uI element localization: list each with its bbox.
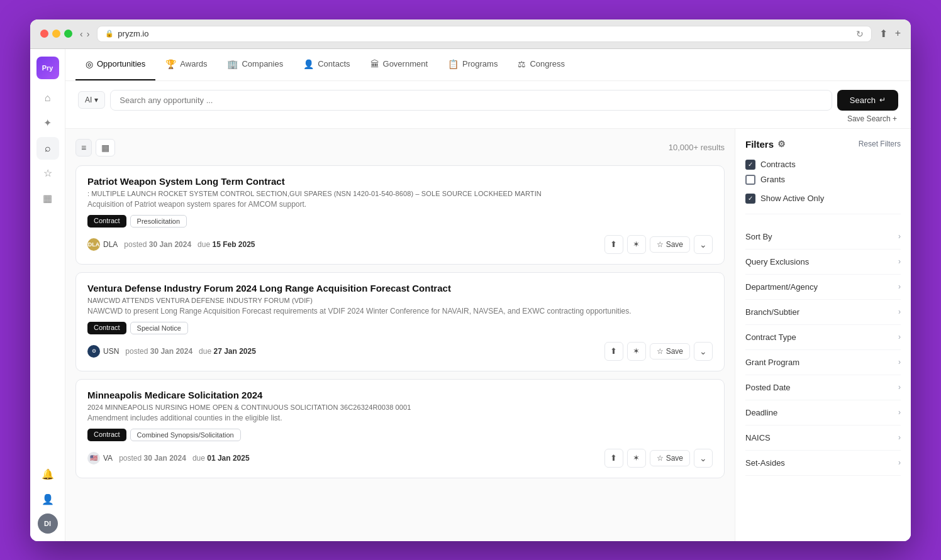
nav-label-programs: Programs: [462, 59, 498, 69]
filters-panel: Filters ⚙ Reset Filters ✓ Contracts Gran…: [735, 129, 911, 541]
share-action-button[interactable]: ⬆: [604, 235, 623, 254]
share-icon[interactable]: ⬆: [879, 28, 888, 40]
sidebar-item-search[interactable]: ⌕: [36, 137, 59, 160]
filter-section-query-exclusions[interactable]: Query Exclusions ›: [745, 250, 901, 275]
filters-title: Filters ⚙: [745, 139, 786, 150]
grants-checkbox[interactable]: [745, 175, 755, 185]
filter-section-contract-type[interactable]: Contract Type ›: [745, 325, 901, 350]
nav-item-congress[interactable]: ⚖ Congress: [508, 49, 575, 80]
due-date: due 15 Feb 2025: [198, 240, 255, 249]
nav-item-awards[interactable]: 🏆 Awards: [155, 49, 217, 80]
save-action-button[interactable]: ☆ Save: [650, 450, 690, 466]
nav-item-contacts[interactable]: 👤 Contacts: [293, 49, 360, 80]
tag-contract: Contract: [87, 322, 126, 334]
nav-label-congress: Congress: [530, 59, 565, 69]
save-action-button[interactable]: ☆ Save: [650, 343, 690, 360]
save-search-link[interactable]: Save Search +: [78, 114, 898, 123]
shortlist-action-button[interactable]: ✶: [627, 449, 646, 468]
star-save-icon: ☆: [657, 240, 664, 249]
search-button[interactable]: Search ↵: [837, 90, 898, 111]
expand-action-button[interactable]: ⌄: [694, 449, 713, 468]
due-date: due 01 Jan 2025: [192, 454, 250, 463]
nav-arrows: ‹ ›: [80, 29, 89, 39]
result-desc: Amendment includes additional counties i…: [87, 414, 713, 422]
tag-combined: Combined Synopsis/Solicitation: [130, 429, 241, 441]
new-tab-icon[interactable]: +: [895, 28, 901, 40]
filter-section-posted-date[interactable]: Posted Date ›: [745, 375, 901, 400]
url-text: pryzm.io: [118, 29, 148, 38]
tag-contract: Contract: [87, 215, 126, 228]
posted-date-label: Posted Date: [745, 383, 791, 392]
agency-badge: 🇺🇸 VA: [87, 452, 113, 464]
nav-item-programs[interactable]: 📋 Programs: [438, 49, 508, 80]
contracts-checkbox[interactable]: ✓: [745, 160, 755, 170]
sidebar-item-sparkle[interactable]: ✦: [36, 112, 59, 135]
contacts-icon: 👤: [303, 59, 314, 69]
ai-badge[interactable]: AI ▾: [78, 91, 105, 109]
sidebar-item-chart[interactable]: ▦: [36, 187, 59, 210]
posted-date-chevron: ›: [898, 383, 901, 392]
close-button[interactable]: [40, 30, 48, 38]
nav-label-opportunities: Opportunities: [97, 59, 145, 69]
result-card: Ventura Defense Industry Forum 2024 Long…: [75, 272, 725, 371]
filter-section-set-asides[interactable]: Set-Asides ›: [745, 451, 901, 476]
avatar[interactable]: DI: [38, 513, 58, 534]
app-layout: Pry ⌂ ✦ ⌕ ☆ ▦ 🔔 👤: [30, 49, 911, 541]
chart-icon: ▦: [43, 192, 52, 204]
nav-label-awards: Awards: [180, 59, 207, 69]
filter-section-naics[interactable]: NAICS ›: [745, 425, 901, 451]
filter-section-grant-program[interactable]: Grant Program ›: [745, 350, 901, 375]
search-input[interactable]: [110, 90, 832, 111]
filter-section-branch-subtier[interactable]: Branch/Subtier ›: [745, 300, 901, 325]
checkbox-grants[interactable]: Grants: [745, 175, 901, 185]
posted-date: posted 30 Jan 2024: [125, 347, 192, 356]
shortlist-action-button[interactable]: ✶: [627, 342, 646, 361]
maximize-button[interactable]: [64, 30, 72, 38]
result-title[interactable]: Ventura Defense Industry Forum 2024 Long…: [87, 283, 713, 294]
result-meta-left: 🇺🇸 VA posted 30 Jan 2024 due 01 Jan 2025: [87, 452, 250, 464]
filter-section-department-agency[interactable]: Department/Agency ›: [745, 275, 901, 300]
dla-icon: DLA: [87, 238, 100, 251]
contracts-label: Contracts: [760, 160, 796, 169]
lock-icon: 🔒: [105, 30, 114, 38]
sidebar-item-star[interactable]: ☆: [36, 162, 59, 185]
filter-section-deadline[interactable]: Deadline ›: [745, 400, 901, 425]
show-active-row[interactable]: ✓ Show Active Only: [745, 194, 901, 214]
star-icon: ☆: [43, 167, 52, 179]
show-active-checkbox[interactable]: ✓: [745, 194, 755, 204]
reload-icon[interactable]: ↻: [856, 29, 864, 39]
shortlist-action-button[interactable]: ✶: [627, 235, 646, 254]
result-desc: NAWCWD to present Long Range Acquisition…: [87, 307, 713, 316]
save-label: Save: [666, 347, 683, 356]
share-action-button[interactable]: ⬆: [604, 342, 623, 361]
nav-item-government[interactable]: 🏛 Government: [360, 49, 438, 80]
logo-text: Pry: [42, 64, 53, 72]
back-arrow-icon[interactable]: ‹: [80, 29, 83, 39]
agency-badge: DLA DLA: [87, 238, 118, 251]
checkbox-contracts[interactable]: ✓ Contracts: [745, 160, 901, 170]
filter-section-sort-by[interactable]: Sort By ›: [745, 224, 901, 250]
nav-item-opportunities[interactable]: ◎ Opportunities: [75, 49, 155, 80]
reset-filters-button[interactable]: Reset Filters: [859, 140, 901, 148]
sidebar-item-bell[interactable]: 🔔: [36, 463, 59, 486]
list-view-button[interactable]: ≡: [75, 139, 92, 156]
posted-date: posted 30 Jan 2024: [124, 240, 191, 249]
expand-action-button[interactable]: ⌄: [694, 235, 713, 254]
minimize-button[interactable]: [52, 30, 60, 38]
query-exclusions-chevron: ›: [898, 257, 901, 266]
nav-item-companies[interactable]: 🏢 Companies: [217, 49, 293, 80]
expand-action-button[interactable]: ⌄: [694, 342, 713, 361]
sidebar-logo[interactable]: Pry: [36, 57, 59, 79]
forward-arrow-icon[interactable]: ›: [87, 29, 90, 39]
save-action-button[interactable]: ☆ Save: [650, 236, 690, 253]
share-action-button[interactable]: ⬆: [604, 449, 623, 468]
sidebar-item-home[interactable]: ⌂: [36, 87, 59, 109]
result-title[interactable]: Minneapolis Medicare Solicitation 2024: [87, 390, 713, 400]
address-bar[interactable]: 🔒 pryzm.io ↻: [97, 26, 871, 42]
sidebar-item-user[interactable]: 👤: [36, 488, 59, 511]
chart-view-button[interactable]: ▦: [96, 139, 115, 156]
result-title[interactable]: Patriot Weapon System Long Term Contract: [87, 176, 713, 187]
star-save-icon: ☆: [657, 347, 664, 356]
sidebar: Pry ⌂ ✦ ⌕ ☆ ▦ 🔔 👤: [30, 49, 65, 541]
result-meta: 🇺🇸 VA posted 30 Jan 2024 due 01 Jan 2025…: [87, 449, 713, 468]
